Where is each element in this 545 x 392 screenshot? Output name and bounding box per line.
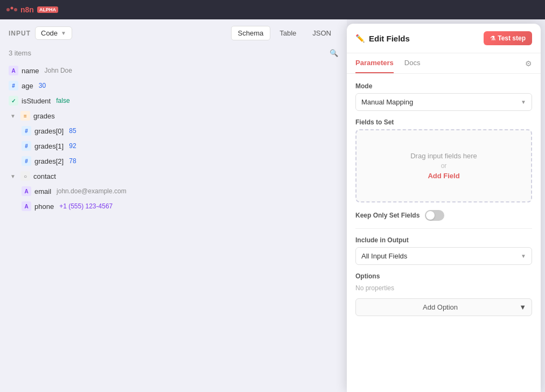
list-item: A phone +1 (555) 123-4567	[17, 199, 343, 213]
tab-schema[interactable]: Schema	[231, 26, 271, 40]
type-badge-hash: #	[22, 156, 31, 166]
top-bar: n8n ALPHA	[0, 0, 545, 19]
gear-icon[interactable]: ⚙	[525, 59, 532, 68]
type-badge-hash: #	[22, 126, 31, 136]
chevron-down-icon[interactable]: ▼	[9, 113, 17, 119]
type-badge-hash: #	[9, 81, 18, 90]
add-option-button[interactable]: Add Option ▼	[355, 298, 532, 316]
add-option-arrow: ▼	[519, 303, 526, 311]
code-selector-arrow: ▼	[61, 30, 66, 36]
list-item: ✓ isStudent false	[4, 94, 343, 108]
type-badge-check: ✓	[9, 96, 18, 106]
panel-body: Mode Manual Mapping ▼ Fields to Set Drag…	[347, 74, 541, 392]
type-badge-list: ≡	[20, 111, 30, 121]
logo: n8n ALPHA	[6, 5, 58, 14]
svg-point-1	[11, 7, 13, 10]
keep-only-row: Keep Only Set Fields	[355, 210, 532, 221]
search-icon[interactable]: 🔍	[330, 49, 338, 57]
logo-badge: ALPHA	[37, 6, 58, 13]
include-output-arrow: ▼	[521, 253, 526, 259]
no-properties-text: No properties	[355, 284, 532, 292]
mode-label: Mode	[355, 82, 532, 90]
svg-point-2	[14, 8, 17, 11]
list-item: ▼ ≡ grades	[4, 109, 343, 123]
logo-icon	[6, 6, 17, 13]
list-item: ▼ ○ contact	[4, 169, 343, 183]
items-bar: 3 items 🔍	[0, 47, 347, 61]
svg-point-0	[6, 8, 10, 11]
chevron-down-icon[interactable]: ▼	[9, 173, 17, 179]
toggle-knob	[426, 211, 435, 220]
type-badge-a: A	[22, 186, 31, 196]
schema-tabs: Schema Table JSON	[231, 26, 338, 40]
keep-only-toggle[interactable]	[425, 210, 444, 221]
input-header: INPUT Code ▼ Schema Table JSON	[0, 19, 347, 47]
keep-only-label: Keep Only Set Fields	[355, 212, 420, 219]
add-field-link[interactable]: Add Field	[428, 172, 459, 180]
panel-tabs: Parameters Docs ⚙	[347, 53, 541, 74]
pencil-icon: ✏️	[355, 34, 365, 43]
list-item: # age 30	[4, 79, 343, 93]
edit-fields-panel: ✏️ Edit Fields ⚗ Test step Parameters Do…	[347, 24, 541, 392]
options-label: Options	[355, 272, 532, 280]
logo-text: n8n	[20, 5, 34, 14]
panel-header: ✏️ Edit Fields ⚗ Test step	[347, 24, 541, 53]
drag-zone[interactable]: Drag input fields here or Add Field	[355, 129, 532, 202]
drag-zone-text: Drag input fields here	[367, 152, 520, 160]
list-item: # grades[0] 85	[17, 124, 343, 138]
list-item: # grades[1] 92	[17, 139, 343, 153]
type-badge-a: A	[9, 66, 18, 75]
type-badge-hash: #	[22, 141, 31, 151]
type-badge-a: A	[22, 201, 31, 211]
list-item: A name John Doe	[4, 64, 343, 78]
tab-table[interactable]: Table	[272, 26, 303, 40]
drag-or-text: or	[367, 162, 520, 170]
divider	[355, 228, 532, 229]
test-step-button[interactable]: ⚗ Test step	[484, 31, 532, 45]
left-panel: INPUT Code ▼ Schema Table JSON 3 items 🔍…	[0, 19, 347, 392]
mode-selector[interactable]: Manual Mapping ▼	[355, 93, 532, 111]
fields-to-set-label: Fields to Set	[355, 118, 532, 126]
data-tree: A name John Doe # age 30 ✓ isStudent fal…	[0, 61, 347, 392]
include-output-selector[interactable]: All Input Fields ▼	[355, 247, 532, 265]
main-content: INPUT Code ▼ Schema Table JSON 3 items 🔍…	[0, 19, 545, 392]
code-selector[interactable]: Code ▼	[35, 26, 72, 40]
items-count: 3 items	[9, 49, 31, 57]
list-item: # grades[2] 78	[17, 154, 343, 168]
include-output-label: Include in Output	[355, 236, 532, 244]
tab-parameters[interactable]: Parameters	[355, 53, 394, 73]
type-badge-obj: ○	[20, 171, 30, 181]
tab-json[interactable]: JSON	[305, 26, 338, 40]
list-item: A email john.doe@example.com	[17, 184, 343, 198]
input-label: INPUT	[9, 30, 31, 37]
mode-selector-arrow: ▼	[521, 99, 526, 105]
flask-icon: ⚗	[490, 35, 495, 42]
tab-docs[interactable]: Docs	[404, 53, 421, 73]
panel-title: ✏️ Edit Fields	[355, 34, 410, 43]
